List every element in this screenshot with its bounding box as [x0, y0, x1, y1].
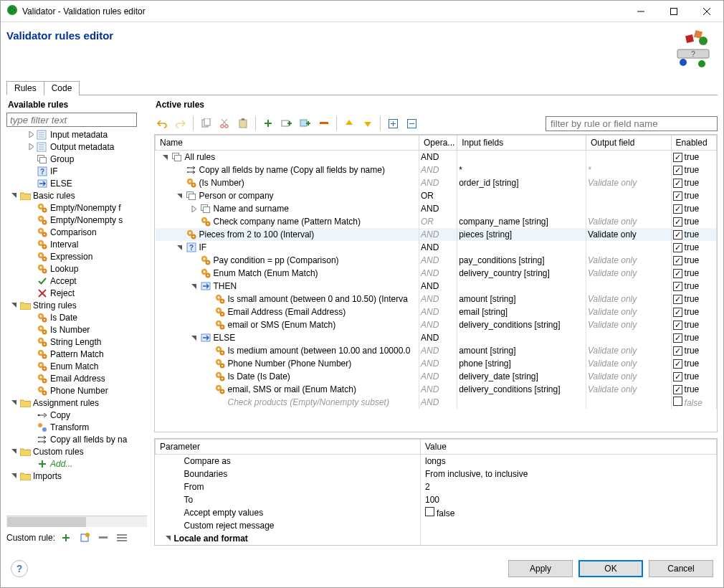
checkbox-icon[interactable]: [673, 346, 682, 356]
tree-item[interactable]: Comparison: [6, 226, 147, 238]
collapse-all-button[interactable]: [404, 115, 419, 131]
param-row[interactable]: Compare aslongs: [156, 455, 717, 468]
param-value[interactable]: [421, 519, 717, 532]
col-value[interactable]: Value: [421, 440, 717, 455]
row-twisty[interactable]: [176, 179, 184, 187]
row-enabled[interactable]: true: [671, 176, 716, 189]
parameters-grid[interactable]: Parameter Value Compare aslongsBoundarie…: [155, 439, 717, 545]
row-twisty[interactable]: [190, 217, 199, 226]
available-filter-input[interactable]: [6, 113, 137, 127]
row-enabled[interactable]: true: [671, 241, 716, 254]
custom-rule-edit-button[interactable]: [77, 530, 92, 546]
add-rule-button[interactable]: [260, 115, 276, 131]
apply-button[interactable]: Apply: [508, 560, 573, 577]
checkbox-icon[interactable]: [673, 166, 682, 175]
row-enabled[interactable]: true: [671, 293, 716, 305]
checkbox-icon[interactable]: [425, 507, 434, 516]
row-enabled[interactable]: true: [671, 305, 716, 318]
col-op[interactable]: Opera...: [419, 136, 457, 151]
col-name[interactable]: Name: [156, 136, 419, 151]
tree-twisty[interactable]: [27, 204, 35, 212]
row-twisty[interactable]: [176, 191, 184, 200]
tree-item[interactable]: ELSE: [6, 177, 147, 189]
param-row[interactable]: From2: [156, 480, 717, 493]
checkbox-icon[interactable]: [673, 333, 682, 343]
row-twisty[interactable]: [204, 321, 213, 329]
tree-item[interactable]: String rules: [6, 299, 147, 311]
tree-item[interactable]: Reject: [6, 287, 147, 299]
table-row[interactable]: All rulesANDtrue: [156, 151, 717, 164]
row-twisty[interactable]: [204, 308, 213, 316]
param-value[interactable]: 2: [421, 480, 717, 493]
row-twisty[interactable]: [190, 282, 199, 290]
ok-button[interactable]: OK: [578, 560, 643, 577]
param-row[interactable]: BoundariesFrom inclusive, to inclusive: [156, 468, 717, 480]
tree-twisty[interactable]: [27, 350, 35, 359]
table-row[interactable]: Phone Number (Phone Number)ANDphone [str…: [156, 357, 717, 370]
table-row[interactable]: Is Date (Is Date)ANDdelivery_date [strin…: [156, 370, 717, 383]
tree-twisty[interactable]: [9, 447, 18, 456]
checkbox-icon[interactable]: [673, 295, 682, 304]
tree-twisty[interactable]: [27, 216, 35, 224]
tree-twisty[interactable]: [27, 179, 35, 188]
tree-twisty[interactable]: [27, 387, 35, 395]
checkbox-icon[interactable]: [673, 308, 682, 317]
table-row[interactable]: (Is Number)ANDorder_id [string]Validate …: [156, 176, 717, 189]
table-row[interactable]: ?IFANDtrue: [156, 241, 717, 254]
tree-twisty[interactable]: [9, 191, 18, 200]
table-row[interactable]: Is small amount (between 0 and 10.50) (I…: [156, 293, 717, 305]
tree-twisty[interactable]: [27, 313, 35, 322]
row-twisty[interactable]: [176, 166, 184, 174]
tree-twisty[interactable]: [27, 265, 35, 273]
undo-button[interactable]: [154, 115, 170, 131]
tree-item[interactable]: ?IF: [6, 165, 147, 177]
param-value[interactable]: 100: [421, 493, 717, 506]
table-row[interactable]: email, SMS or mail (Enum Match)ANDdelive…: [156, 383, 717, 396]
col-in[interactable]: Input fields: [457, 136, 586, 151]
row-enabled[interactable]: false: [671, 396, 716, 409]
checkbox-icon[interactable]: [673, 269, 682, 278]
tree-item[interactable]: Assignment rules: [6, 397, 147, 409]
tree-twisty[interactable]: [27, 326, 35, 334]
tree-twisty[interactable]: [27, 252, 35, 261]
tree-item[interactable]: Imports: [6, 470, 147, 482]
tree-item[interactable]: Phone Number: [6, 384, 147, 397]
row-enabled[interactable]: true: [671, 254, 716, 267]
table-row[interactable]: Check company name (Pattern Match)ORcomp…: [156, 215, 717, 228]
tree-twisty[interactable]: [27, 374, 35, 383]
row-enabled[interactable]: true: [671, 163, 716, 176]
help-button[interactable]: ?: [11, 560, 28, 577]
param-row[interactable]: To100: [156, 493, 717, 506]
paste-button[interactable]: [235, 115, 251, 131]
move-down-button[interactable]: [360, 115, 376, 131]
minimize-button[interactable]: [624, 1, 657, 22]
tree-twisty[interactable]: [9, 301, 18, 310]
active-filter-input[interactable]: [546, 116, 718, 131]
row-enabled[interactable]: true: [671, 357, 716, 370]
tree-item[interactable]: Pattern Match: [6, 348, 147, 360]
row-enabled[interactable]: true: [671, 331, 716, 344]
tree-item[interactable]: Basic rules: [6, 189, 147, 201]
row-enabled[interactable]: true: [671, 215, 716, 228]
tree-twisty[interactable]: [27, 289, 35, 298]
tree-item[interactable]: Group: [6, 153, 147, 165]
checkbox-icon[interactable]: [673, 204, 682, 214]
row-twisty[interactable]: [204, 359, 213, 368]
tree-item[interactable]: Is Number: [6, 323, 147, 336]
tree-twisty[interactable]: [27, 131, 35, 139]
redo-button[interactable]: [173, 115, 189, 131]
tree-item[interactable]: Lookup: [6, 262, 147, 275]
tree-item[interactable]: Output metadata: [6, 141, 147, 153]
tree-item[interactable]: Transform: [6, 421, 147, 433]
row-twisty[interactable]: [190, 204, 199, 213]
checkbox-icon[interactable]: [673, 230, 682, 240]
checkbox-icon[interactable]: [673, 359, 682, 369]
tree-twisty[interactable]: [27, 338, 35, 346]
expand-all-button[interactable]: [385, 115, 401, 131]
row-twisty[interactable]: [176, 243, 184, 252]
param-row[interactable]: Accept empty valuesfalse: [156, 506, 717, 519]
row-enabled[interactable]: true: [671, 189, 716, 202]
tree-item[interactable]: Enum Match: [6, 360, 147, 372]
table-row[interactable]: Enum Match (Enum Match)ANDdelivery_count…: [156, 267, 717, 280]
tree-item[interactable]: Is Date: [6, 311, 147, 323]
